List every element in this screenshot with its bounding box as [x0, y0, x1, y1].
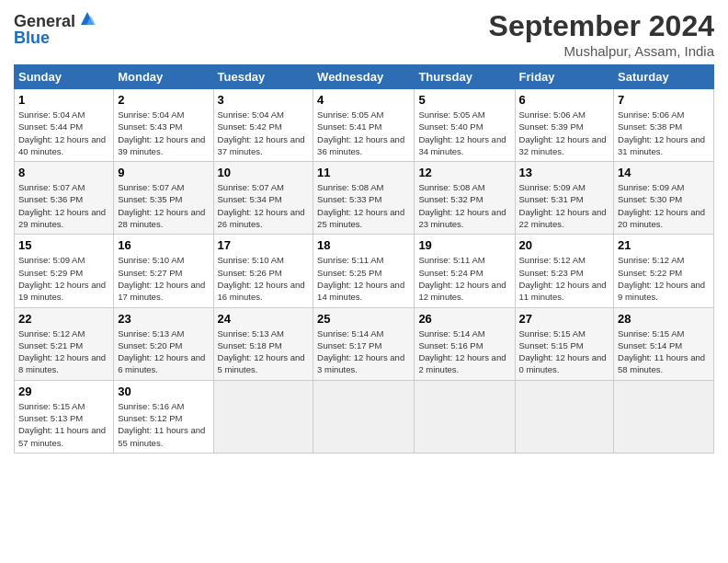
day-number: 10 — [218, 166, 310, 179]
day-number: 5 — [418, 93, 510, 107]
calendar-cell: 16Sunrise: 5:10 AMSunset: 5:27 PMDayligh… — [114, 235, 213, 307]
day-info: Sunrise: 5:16 AMSunset: 5:12 PMDaylight:… — [118, 400, 209, 449]
calendar-week-4: 22Sunrise: 5:12 AMSunset: 5:21 PMDayligh… — [15, 307, 714, 380]
logo: General Blue — [14, 13, 97, 48]
day-number: 17 — [218, 238, 310, 252]
day-number: 18 — [317, 238, 410, 252]
month-title: September 2024 — [489, 9, 714, 43]
header-row: Sunday Monday Tuesday Wednesday Thursday… — [15, 65, 714, 89]
day-info: Sunrise: 5:13 AMSunset: 5:20 PMDaylight:… — [118, 327, 209, 376]
day-number: 7 — [618, 93, 710, 107]
day-info: Sunrise: 5:08 AMSunset: 5:33 PMDaylight:… — [317, 181, 410, 230]
calendar-cell — [213, 380, 313, 453]
day-info: Sunrise: 5:09 AMSunset: 5:29 PMDaylight:… — [18, 254, 109, 303]
col-wednesday: Wednesday — [313, 65, 415, 89]
day-number: 2 — [118, 93, 209, 107]
calendar-week-5: 29Sunrise: 5:15 AMSunset: 5:13 PMDayligh… — [15, 380, 714, 453]
day-info: Sunrise: 5:14 AMSunset: 5:16 PMDaylight:… — [418, 327, 510, 376]
location-title: Mushalpur, Assam, India — [489, 43, 714, 59]
calendar-cell: 22Sunrise: 5:12 AMSunset: 5:21 PMDayligh… — [15, 307, 114, 380]
day-info: Sunrise: 5:06 AMSunset: 5:39 PMDaylight:… — [519, 109, 610, 157]
calendar-cell: 18Sunrise: 5:11 AMSunset: 5:25 PMDayligh… — [313, 235, 415, 307]
day-number: 14 — [618, 166, 710, 179]
calendar-cell: 29Sunrise: 5:15 AMSunset: 5:13 PMDayligh… — [15, 380, 114, 453]
day-info: Sunrise: 5:10 AMSunset: 5:26 PMDaylight:… — [218, 254, 310, 303]
calendar-cell: 1Sunrise: 5:04 AMSunset: 5:44 PMDaylight… — [15, 89, 114, 162]
day-info: Sunrise: 5:11 AMSunset: 5:25 PMDaylight:… — [317, 254, 410, 303]
calendar-cell — [415, 380, 515, 453]
day-number: 15 — [18, 238, 109, 252]
calendar-week-3: 15Sunrise: 5:09 AMSunset: 5:29 PMDayligh… — [15, 235, 714, 307]
calendar-cell: 2Sunrise: 5:04 AMSunset: 5:43 PMDaylight… — [114, 89, 213, 162]
calendar-cell: 6Sunrise: 5:06 AMSunset: 5:39 PMDaylight… — [515, 89, 614, 162]
day-info: Sunrise: 5:09 AMSunset: 5:30 PMDaylight:… — [618, 181, 710, 230]
title-block: September 2024 Mushalpur, Assam, India — [489, 9, 714, 59]
col-sunday: Sunday — [15, 65, 114, 89]
day-info: Sunrise: 5:15 AMSunset: 5:14 PMDaylight:… — [618, 327, 710, 376]
calendar-cell — [515, 380, 614, 453]
calendar-cell: 20Sunrise: 5:12 AMSunset: 5:23 PMDayligh… — [515, 235, 614, 307]
header: General Blue September 2024 Mushalpur, A… — [14, 9, 714, 59]
calendar-cell: 15Sunrise: 5:09 AMSunset: 5:29 PMDayligh… — [15, 235, 114, 307]
day-info: Sunrise: 5:05 AMSunset: 5:40 PMDaylight:… — [418, 109, 510, 157]
calendar-cell: 5Sunrise: 5:05 AMSunset: 5:40 PMDaylight… — [415, 89, 515, 162]
day-number: 27 — [519, 312, 610, 326]
logo-icon — [77, 8, 97, 29]
calendar-cell: 11Sunrise: 5:08 AMSunset: 5:33 PMDayligh… — [313, 162, 415, 235]
day-number: 13 — [519, 166, 610, 179]
page-container: General Blue September 2024 Mushalpur, A… — [0, 0, 728, 463]
calendar-cell: 21Sunrise: 5:12 AMSunset: 5:22 PMDayligh… — [614, 235, 714, 307]
day-number: 22 — [18, 312, 109, 326]
calendar-cell — [614, 380, 714, 453]
calendar-cell: 3Sunrise: 5:04 AMSunset: 5:42 PMDaylight… — [213, 89, 313, 162]
col-monday: Monday — [114, 65, 213, 89]
day-number: 20 — [519, 238, 610, 252]
calendar-cell: 14Sunrise: 5:09 AMSunset: 5:30 PMDayligh… — [614, 162, 714, 235]
day-info: Sunrise: 5:07 AMSunset: 5:36 PMDaylight:… — [18, 181, 109, 230]
col-friday: Friday — [515, 65, 614, 89]
day-number: 24 — [218, 312, 310, 326]
day-number: 6 — [519, 93, 610, 107]
day-number: 1 — [18, 93, 109, 107]
day-number: 4 — [317, 93, 410, 107]
calendar-cell: 9Sunrise: 5:07 AMSunset: 5:35 PMDaylight… — [114, 162, 213, 235]
day-info: Sunrise: 5:11 AMSunset: 5:24 PMDaylight:… — [418, 254, 510, 303]
calendar-cell: 19Sunrise: 5:11 AMSunset: 5:24 PMDayligh… — [415, 235, 515, 307]
calendar-cell: 23Sunrise: 5:13 AMSunset: 5:20 PMDayligh… — [114, 307, 213, 380]
day-info: Sunrise: 5:10 AMSunset: 5:27 PMDaylight:… — [118, 254, 209, 303]
calendar-cell: 7Sunrise: 5:06 AMSunset: 5:38 PMDaylight… — [614, 89, 714, 162]
calendar-cell: 24Sunrise: 5:13 AMSunset: 5:18 PMDayligh… — [213, 307, 313, 380]
day-info: Sunrise: 5:05 AMSunset: 5:41 PMDaylight:… — [317, 109, 410, 157]
day-number: 28 — [618, 312, 710, 326]
calendar-week-1: 1Sunrise: 5:04 AMSunset: 5:44 PMDaylight… — [15, 89, 714, 162]
day-number: 21 — [618, 238, 710, 252]
calendar-cell: 17Sunrise: 5:10 AMSunset: 5:26 PMDayligh… — [213, 235, 313, 307]
calendar-cell: 8Sunrise: 5:07 AMSunset: 5:36 PMDaylight… — [15, 162, 114, 235]
day-info: Sunrise: 5:09 AMSunset: 5:31 PMDaylight:… — [519, 181, 610, 230]
day-info: Sunrise: 5:06 AMSunset: 5:38 PMDaylight:… — [618, 109, 710, 157]
calendar-week-2: 8Sunrise: 5:07 AMSunset: 5:36 PMDaylight… — [15, 162, 714, 235]
day-info: Sunrise: 5:13 AMSunset: 5:18 PMDaylight:… — [218, 327, 310, 376]
calendar-cell: 4Sunrise: 5:05 AMSunset: 5:41 PMDaylight… — [313, 89, 415, 162]
col-thursday: Thursday — [415, 65, 515, 89]
calendar-cell: 13Sunrise: 5:09 AMSunset: 5:31 PMDayligh… — [515, 162, 614, 235]
calendar-cell: 27Sunrise: 5:15 AMSunset: 5:15 PMDayligh… — [515, 307, 614, 380]
day-info: Sunrise: 5:12 AMSunset: 5:21 PMDaylight:… — [18, 327, 109, 376]
day-number: 8 — [18, 166, 109, 179]
day-number: 16 — [118, 238, 209, 252]
day-info: Sunrise: 5:15 AMSunset: 5:15 PMDaylight:… — [519, 327, 610, 376]
day-number: 23 — [118, 312, 209, 326]
calendar-table: Sunday Monday Tuesday Wednesday Thursday… — [14, 64, 714, 454]
day-number: 25 — [317, 312, 410, 326]
calendar-cell: 28Sunrise: 5:15 AMSunset: 5:14 PMDayligh… — [614, 307, 714, 380]
day-info: Sunrise: 5:07 AMSunset: 5:35 PMDaylight:… — [118, 181, 209, 230]
day-number: 11 — [317, 166, 410, 179]
day-number: 26 — [418, 312, 510, 326]
day-info: Sunrise: 5:12 AMSunset: 5:22 PMDaylight:… — [618, 254, 710, 303]
day-info: Sunrise: 5:14 AMSunset: 5:17 PMDaylight:… — [317, 327, 410, 376]
day-info: Sunrise: 5:15 AMSunset: 5:13 PMDaylight:… — [18, 400, 109, 449]
day-info: Sunrise: 5:07 AMSunset: 5:34 PMDaylight:… — [218, 181, 310, 230]
calendar-cell — [313, 380, 415, 453]
day-number: 3 — [218, 93, 310, 107]
day-number: 9 — [118, 166, 209, 179]
